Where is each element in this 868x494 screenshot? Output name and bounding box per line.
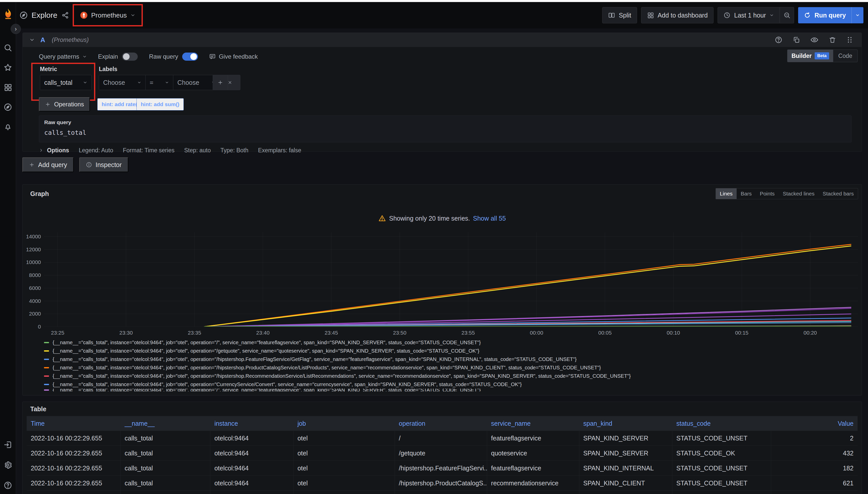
query-row-header[interactable]: A (Prometheus) [23,33,862,47]
beta-badge: Beta [815,52,829,59]
time-range-picker[interactable]: Last 1 hour [718,7,780,23]
table-column-header[interactable]: instance [211,416,293,431]
drag-handle-icon[interactable] [846,36,853,44]
dashboard-grid-icon [647,12,654,19]
table-column-header[interactable]: status_code [672,416,771,431]
cell-job: otel [293,431,395,445]
table-column-header[interactable]: Value [771,416,857,431]
raw-query-toggle-label: Raw query [149,53,178,60]
cell-name: calls_total [121,476,211,491]
collapse-chevron-icon[interactable] [29,37,35,43]
options-expander[interactable]: Options [39,147,69,154]
compass-icon[interactable] [3,102,13,112]
cell-service-name: quoteservice [487,446,579,460]
sidebar-nav: › [0,2,16,494]
cell-name: calls_total [121,461,211,475]
duplicate-query-icon[interactable] [793,36,800,44]
legend-item[interactable]: {__name__="calls_total", instance="otelc… [44,388,856,392]
cell-instance: otelcol:9464 [211,431,293,445]
legend-swatch [44,376,49,377]
query-editor-card: A (Prometheus) Query patterns Explain Ra… [22,33,862,152]
y-tick-label: 2000 [29,311,41,317]
zoom-out-button[interactable] [780,7,794,23]
split-button[interactable]: Split [602,7,637,23]
datasource-picker-value: Prometheus [91,12,127,19]
legend-item[interactable]: {__name__="calls_total", instance="otelc… [44,363,856,372]
cell-operation: /hipstershop.FeatureFlagServi... [395,461,487,475]
table-column-header[interactable]: job [293,416,395,431]
apps-icon[interactable] [3,82,13,92]
builder-tab[interactable]: Builder Beta [788,50,833,62]
cell-job: otel [293,461,395,475]
query-header-icons [775,36,853,44]
operations-button[interactable]: Operations [39,97,90,111]
legend-item[interactable]: {__name__="calls_total", instance="otelc… [44,338,856,347]
search-icon[interactable] [3,43,13,53]
help-icon[interactable] [3,480,13,491]
table-column-header[interactable]: operation [395,416,487,431]
explain-toggle[interactable] [122,53,138,61]
table-column-header[interactable]: Time [27,416,121,431]
give-feedback-link[interactable]: Give feedback [209,53,258,60]
bell-icon[interactable] [3,122,13,132]
table-column-header[interactable]: span_kind [579,416,672,431]
raw-query-toggle[interactable] [182,53,198,61]
cell-time: 2022-10-16 00:22:29.655 [27,491,121,494]
metric-select[interactable]: calls_total [40,75,92,90]
options-summary-item: Format: Time series [123,147,174,154]
legend-swatch [44,367,49,368]
x-tick-label: 23:30 [120,330,133,336]
sidebar-bottom-icons [0,440,16,491]
legend-label: {__name__="calls_total", instance="otelc… [53,365,601,370]
chart-plot-area[interactable] [44,232,858,327]
legend-label: {__name__="calls_total", instance="otelc… [53,373,631,379]
disable-query-eye-icon[interactable] [810,36,818,44]
y-tick-label: 0 [38,324,41,330]
legend-label: {__name__="calls_total", instance="otelc… [53,340,481,345]
cell-value: 2 [771,431,857,445]
info-circle-icon [86,162,92,168]
cell-time: 2022-10-16 00:22:29.655 [27,431,121,445]
cell-instance: otelcol:9464 [211,491,293,494]
delete-query-trash-icon[interactable] [829,36,836,44]
query-help-icon[interactable] [775,36,782,44]
sign-in-icon[interactable] [3,440,13,450]
split-label: Split [619,12,631,19]
add-to-dashboard-button[interactable]: Add to dashboard [641,7,713,23]
page-title: Explore [32,11,57,20]
legend-item[interactable]: {__name__="calls_total", instance="otelc… [44,380,856,388]
x-tick-label: 23:25 [51,330,65,336]
sidebar-expand-button[interactable]: › [11,24,21,34]
share-icon[interactable] [61,12,69,19]
inspector-button[interactable]: Inspector [79,157,128,172]
code-tab[interactable]: Code [833,53,857,59]
datasource-picker[interactable]: Prometheus [76,7,139,23]
legend-item[interactable]: {__name__="calls_total", instance="otelc… [44,372,856,380]
table-column-header[interactable]: service_name [487,416,579,431]
cell-span-kind: SPAN_KIND_INTERNAL [579,461,672,475]
add-label-filter-button[interactable] [213,75,228,90]
legend-label: {__name__="calls_total", instance="otelc… [53,388,481,392]
hint-add-sum-button[interactable]: hint: add sum() [137,98,184,110]
plus-icon [45,101,51,107]
cell-operation: /hipstershop.Recommendation... [395,491,487,494]
table-column-header[interactable]: __name__ [121,416,211,431]
graph-panel: Graph LinesBarsPointsStacked linesStacke… [22,184,862,396]
legend-item[interactable]: {__name__="calls_total", instance="otelc… [44,347,856,355]
legend-item[interactable]: {__name__="calls_total", instance="otelc… [44,355,856,363]
run-query-button[interactable]: Run query [798,7,864,23]
run-query-main[interactable]: Run query [798,7,851,23]
label-operator-select[interactable]: = [146,75,173,90]
chevron-down-icon [137,80,141,84]
cell-instance: otelcol:9464 [211,446,293,460]
star-icon[interactable] [3,62,13,73]
run-query-dropdown[interactable] [851,7,864,23]
gear-icon[interactable] [3,460,13,470]
grafana-logo[interactable] [2,7,14,21]
raw-query-preview: Raw query calls_total [39,115,851,142]
appbar-right-cluster: Split Add to dashboard Last 1 hour Run q… [602,7,864,23]
label-key-select[interactable]: Choose [99,75,146,90]
add-query-button[interactable]: Add query [22,157,74,172]
raw-query-toggle-group: Raw query [149,53,198,61]
query-patterns-dropdown[interactable]: Query patterns [39,53,87,60]
